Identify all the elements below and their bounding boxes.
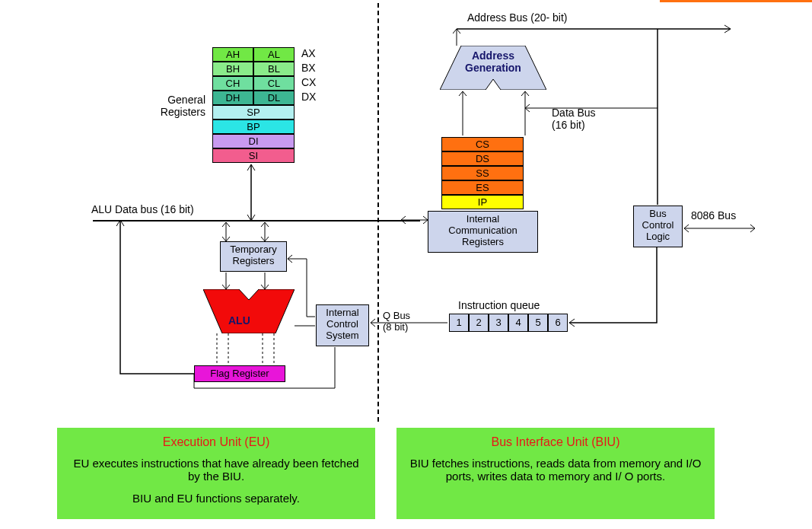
- address-generation-label: Address Generation: [465, 49, 521, 74]
- general-registers-label: General Registers: [156, 94, 205, 118]
- eu-text-2: BIU and EU functions separately.: [68, 492, 364, 505]
- instruction-queue: 1 2 3 4 5 6: [449, 314, 568, 332]
- reg-dx-label: DX: [301, 91, 316, 103]
- bus-8086-arrow: [683, 222, 759, 234]
- queue-6: 6: [548, 314, 568, 332]
- biu-text-1: BIU fetches instructions, reads data fro…: [408, 457, 703, 483]
- eu-panel: Execution Unit (EU) EU executes instruct…: [57, 428, 375, 519]
- frame-accent: [660, 0, 812, 2]
- reg-ah: AH: [212, 47, 253, 62]
- addrgen-to-bus: [453, 27, 468, 47]
- reg-dh: DH: [212, 91, 253, 105]
- qbus-arrow: [369, 317, 449, 329]
- reg-cl: CL: [253, 76, 295, 91]
- internalcomm-to-alubus: [400, 211, 431, 226]
- reg-ch: CH: [212, 76, 253, 91]
- eu-text-1: EU executes instructions that have alrea…: [68, 457, 364, 483]
- databus-branch: [524, 102, 661, 114]
- biu-title: Bus Interface Unit (BIU): [408, 435, 703, 449]
- reg-al: AL: [253, 47, 295, 62]
- reg-ds: DS: [441, 151, 524, 166]
- reg-bl: BL: [253, 62, 295, 76]
- reg-dl: DL: [253, 91, 295, 105]
- reg-di: DI: [212, 134, 295, 148]
- eu-wires: [91, 160, 381, 396]
- address-bus-label: Address Bus (20- bit): [467, 11, 568, 24]
- queue-1: 1: [449, 314, 469, 332]
- reg-es: ES: [441, 180, 524, 195]
- gp-register-block: AHAL BHBL CHCL DHDL SP BP DI SI: [212, 47, 295, 163]
- bus-control-logic: Bus Control Logic: [633, 206, 683, 247]
- reg-cx-label: CX: [301, 76, 316, 88]
- queue-5: 5: [528, 314, 548, 332]
- reg-sp: SP: [212, 105, 295, 120]
- internal-comm-registers: Internal Communication Registers: [428, 211, 538, 253]
- reg-cs: CS: [441, 137, 524, 151]
- reg-bp: BP: [212, 120, 295, 134]
- reg-bx-label: BX: [301, 62, 316, 74]
- segment-register-block: CS DS SS ES IP: [441, 137, 524, 209]
- bus-8086-label: 8086 Bus: [691, 209, 736, 221]
- queue-4: 4: [508, 314, 528, 332]
- biu-panel: Bus Interface Unit (BIU) BIU fetches ins…: [396, 428, 715, 519]
- reg-ax-label: AX: [301, 47, 316, 59]
- eu-title: Execution Unit (EU): [68, 435, 364, 449]
- queue-3: 3: [489, 314, 508, 332]
- queue-2: 2: [469, 314, 489, 332]
- reg-ip: IP: [441, 195, 524, 209]
- instruction-queue-label: Instruction queue: [458, 299, 540, 311]
- bcl-to-queue: [567, 247, 666, 327]
- reg-ss: SS: [441, 166, 524, 180]
- bus-vertical-right: [653, 27, 668, 206]
- reg-bh: BH: [212, 62, 253, 76]
